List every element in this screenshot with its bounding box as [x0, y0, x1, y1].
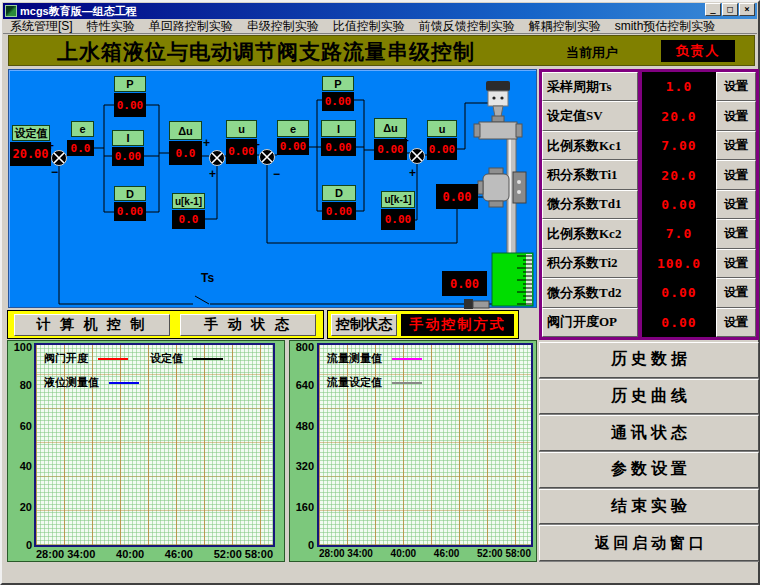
param-value-kc1: 7.00: [642, 131, 716, 160]
param-value-op: 0.00: [642, 308, 716, 337]
p2-value: 0.00: [322, 92, 354, 111]
nav-panel: 历 史 数 据 历 史 曲 线 通 讯 状 态 参 数 设 置 结 束 实 验 …: [539, 342, 759, 562]
setpoint-label: 设定值: [12, 125, 50, 141]
history-curve-button[interactable]: 历 史 曲 线: [539, 379, 759, 415]
set-button-kc1[interactable]: 设置: [716, 131, 756, 160]
set-button-sv[interactable]: 设置: [716, 101, 756, 130]
param-row-ts: 采样周期Ts1.0设置: [542, 72, 756, 101]
valve-open-line-icon: [98, 358, 128, 360]
error1-value: 0.0: [67, 140, 94, 156]
param-row-ti1: 积分系数Ti120.0设置: [542, 160, 756, 189]
level-trend-chart: 100 80 60 40 20 0 阀门开度 设定值 液位测量值 28:00 3…: [7, 340, 285, 562]
param-value-kc2: 7.0: [642, 219, 716, 248]
close-button[interactable]: ×: [739, 3, 755, 16]
setpoint-line-icon: [193, 358, 223, 360]
p1-label: P: [114, 76, 146, 92]
page-title: 上水箱液位与电动调节阀支路流量串级控制: [57, 38, 475, 66]
flow-setpoint-line-icon: [392, 382, 422, 384]
level-measure-value: 0.00: [442, 271, 487, 296]
water-tank-icon: [492, 253, 533, 306]
param-settings-button[interactable]: 参 数 设 置: [539, 452, 759, 488]
u1-value: 0.00: [226, 139, 257, 164]
param-value-ts: 1.0: [642, 72, 716, 101]
manual-state-button[interactable]: 手 动 状 态: [180, 314, 316, 336]
param-value-td2: 0.00: [642, 278, 716, 307]
param-row-op: 阀门开度OP0.00设置: [542, 308, 756, 337]
delta-u1-value: 0.0: [169, 141, 202, 165]
uk1-label: u[k-1]: [172, 193, 205, 209]
process-diagram: +− ++ +− ++ Ts: [8, 69, 537, 308]
flow-sensor-icon: [478, 168, 526, 207]
p2-label: P: [322, 76, 354, 91]
level-plot-area: 阀门开度 设定值 液位测量值: [34, 343, 275, 547]
svg-text:+: +: [409, 166, 416, 180]
flow-chart-legend: 流量测量值 流量设定值: [327, 351, 444, 399]
history-data-button[interactable]: 历 史 数 据: [539, 342, 759, 378]
set-button-ts[interactable]: 设置: [716, 72, 756, 101]
param-value-td1: 0.00: [642, 190, 716, 219]
menu-ratio[interactable]: 比值控制实验: [326, 18, 412, 35]
level-x-axis: 28:00 34:0040:0046:0052:00 58:00: [36, 548, 273, 560]
param-value-ti2: 100.0: [642, 249, 716, 278]
set-button-op[interactable]: 设置: [716, 308, 756, 337]
uk2-value: 0.00: [381, 209, 415, 230]
restore-button[interactable]: □: [722, 3, 738, 16]
flow-measure-value: 0.00: [436, 184, 478, 209]
level-sensor-icon: [464, 299, 489, 309]
d2-value: 0.00: [322, 202, 356, 220]
flow-x-axis: 28:00 34:0040:0046:0052:00 58:00: [319, 548, 531, 559]
end-experiment-button[interactable]: 结 束 实 验: [539, 489, 759, 525]
set-button-td2[interactable]: 设置: [716, 278, 756, 307]
comm-status-button[interactable]: 通 讯 状 态: [539, 415, 759, 451]
current-user-value: 负责人: [661, 40, 735, 62]
menu-feedforward[interactable]: 前馈反馈控制实验: [412, 18, 522, 35]
app-window: mcgs教育版—组态工程 _ □ × 系统管理[S] 特性实验 单回路控制实验 …: [0, 0, 760, 585]
u1-label: u: [226, 120, 257, 138]
control-mode-bar: 计 算 机 控 制 手 动 状 态: [7, 310, 324, 339]
menu-single-loop[interactable]: 单回路控制实验: [142, 18, 240, 35]
menu-decoupling[interactable]: 解耦控制实验: [522, 18, 608, 35]
menu-system[interactable]: 系统管理[S]: [3, 18, 80, 35]
control-status-bar: 控制状态 手动控制方式: [327, 310, 519, 339]
current-user-label: 当前用户: [566, 44, 618, 62]
param-row-ti2: 积分系数Ti2100.0设置: [542, 249, 756, 278]
i1-value: 0.00: [112, 147, 144, 166]
set-button-kc2[interactable]: 设置: [716, 219, 756, 248]
set-button-ti2[interactable]: 设置: [716, 249, 756, 278]
menu-smith[interactable]: smith预估控制实验: [608, 18, 723, 35]
parameter-panel: 采样周期Ts1.0设置 设定值SV20.0设置 比例系数Kc17.00设置 积分…: [539, 69, 759, 340]
set-button-td1[interactable]: 设置: [716, 190, 756, 219]
error2-value: 0.00: [277, 138, 309, 155]
p1-value: 0.00: [114, 93, 146, 117]
level-chart-legend: 阀门开度 设定值 液位测量值: [44, 351, 245, 399]
param-row-kc1: 比例系数Kc17.00设置: [542, 131, 756, 160]
svg-text:−: −: [51, 165, 58, 179]
flow-plot-area: 流量测量值 流量设定值: [317, 343, 533, 547]
set-button-ti1[interactable]: 设置: [716, 160, 756, 189]
ts-switch-label: Ts: [201, 271, 214, 285]
flow-measure-line-icon: [392, 358, 422, 360]
i1-label: I: [112, 130, 144, 146]
menu-cascade[interactable]: 串级控制实验: [240, 18, 326, 35]
flow-trend-chart: 800 640 480 320 160 0 流量测量值 流量设定值 28:00 …: [289, 340, 537, 562]
banner: 上水箱液位与电动调节阀支路流量串级控制 当前用户 负责人: [8, 35, 755, 66]
app-icon: [5, 5, 17, 17]
param-row-td2: 微分系数Td20.00设置: [542, 278, 756, 307]
i2-label: I: [321, 120, 356, 137]
menu-bar: 系统管理[S] 特性实验 单回路控制实验 串级控制实验 比值控制实验 前馈反馈控…: [3, 19, 757, 34]
return-start-window-button[interactable]: 返 回 启 动 窗 口: [539, 525, 759, 561]
computer-control-button[interactable]: 计 算 机 控 制: [14, 314, 170, 336]
minimize-button[interactable]: _: [705, 3, 721, 16]
error1-label: e: [71, 121, 94, 137]
u2-label: u: [427, 120, 457, 137]
uk2-label: u[k-1]: [381, 191, 415, 208]
u2-value: 0.00: [427, 138, 457, 160]
svg-text:−: −: [273, 167, 280, 181]
i2-value: 0.00: [321, 138, 356, 156]
level-line-icon: [109, 382, 139, 384]
uk1-value: 0.0: [172, 210, 205, 229]
param-row-td1: 微分系数Td10.00设置: [542, 190, 756, 219]
menu-characteristic[interactable]: 特性实验: [80, 18, 142, 35]
error2-label: e: [277, 120, 309, 137]
delta-u1-label: Δu: [169, 121, 202, 140]
